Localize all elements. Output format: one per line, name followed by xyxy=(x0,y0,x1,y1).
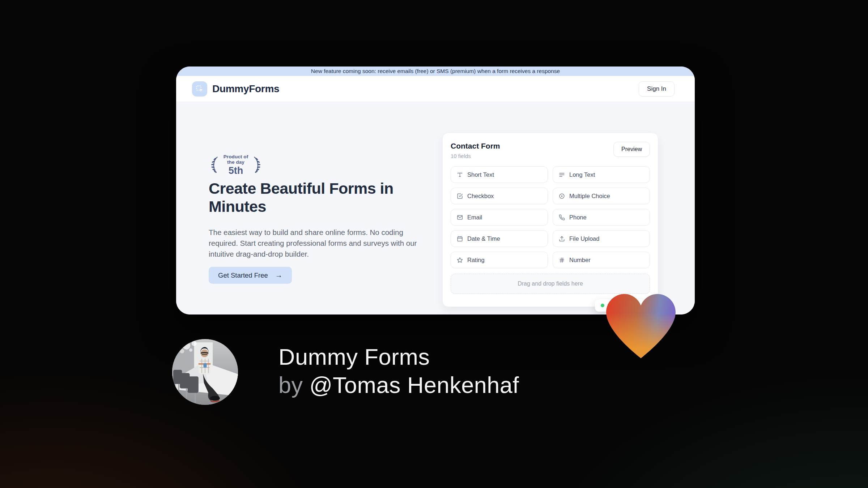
sign-in-button[interactable]: Sign In xyxy=(639,81,675,97)
form-builder-header: Contact Form 10 fields Preview xyxy=(451,142,650,159)
star-icon xyxy=(457,257,463,263)
get-started-button[interactable]: Get Started Free → xyxy=(209,267,292,284)
checkbox-icon xyxy=(457,193,463,199)
field-file-upload[interactable]: File Upload xyxy=(553,230,650,247)
form-title: Contact Form xyxy=(451,142,500,150)
field-rating[interactable]: Rating xyxy=(451,252,548,268)
gradient-heart-logo xyxy=(606,294,676,359)
envelope-icon xyxy=(457,214,463,221)
promo-stage: New feature coming soon: receive emails … xyxy=(0,0,868,488)
field-checkbox[interactable]: Checkbox xyxy=(451,188,548,204)
brand: DummyForms xyxy=(192,81,279,97)
browser-window: New feature coming soon: receive emails … xyxy=(176,67,695,314)
field-long-text[interactable]: Long Text xyxy=(553,166,650,183)
announcement-banner: New feature coming soon: receive emails … xyxy=(176,67,695,76)
form-field-count: 10 fields xyxy=(451,153,500,159)
caption-byline: by @Tomas Henkenhaf xyxy=(278,371,519,399)
badge-label: Product of the day xyxy=(220,154,251,165)
field-palette: Short Text Long Text Checkbox Multiple C… xyxy=(451,166,650,268)
radio-circle-icon xyxy=(559,193,565,199)
drag-drop-zone[interactable]: Drag and drop fields here xyxy=(451,274,650,294)
caption-by: by xyxy=(278,372,303,398)
hash-icon xyxy=(559,257,565,263)
laurel-wreath-icon xyxy=(209,155,219,176)
product-of-the-day-badge: Product of the day 5th xyxy=(209,154,263,176)
navbar: DummyForms Sign In xyxy=(176,76,695,102)
badge-rank: 5th xyxy=(220,165,251,176)
announcement-text: New feature coming soon: receive emails … xyxy=(311,68,560,74)
field-short-text[interactable]: Short Text xyxy=(451,166,548,183)
caption: Dummy Forms by @Tomas Henkenhaf xyxy=(278,343,519,399)
author-photo xyxy=(172,339,238,405)
field-phone[interactable]: Phone xyxy=(553,209,650,226)
short-text-icon xyxy=(457,172,463,178)
brand-name: DummyForms xyxy=(212,83,279,95)
field-date-time[interactable]: Date & Time xyxy=(451,230,548,247)
upload-icon xyxy=(559,236,565,242)
calendar-icon xyxy=(457,236,463,242)
drag-drop-text: Drag and drop fields here xyxy=(518,281,583,287)
hero-heading: Create Beautiful Forms in Minutes xyxy=(209,179,409,215)
phone-icon xyxy=(559,214,565,221)
preview-button[interactable]: Preview xyxy=(613,142,650,157)
window-body: Product of the day 5th xyxy=(176,102,695,314)
field-email[interactable]: Email xyxy=(451,209,548,226)
field-number[interactable]: Number xyxy=(553,252,650,268)
long-text-icon xyxy=(559,172,565,178)
caption-author: @Tomas Henkenhaf xyxy=(310,372,519,398)
cursor-select-icon xyxy=(192,81,207,97)
caption-title: Dummy Forms xyxy=(278,343,519,371)
green-dot-icon xyxy=(601,304,604,307)
field-multiple-choice[interactable]: Multiple Choice xyxy=(553,188,650,204)
laurel-wreath-icon xyxy=(253,155,263,176)
get-started-label: Get Started Free xyxy=(218,271,268,279)
form-builder-card: Contact Form 10 fields Preview Short Tex… xyxy=(442,133,658,307)
arrow-right-icon: → xyxy=(275,271,282,279)
hero-description: The easiest way to build and share onlin… xyxy=(209,227,418,260)
